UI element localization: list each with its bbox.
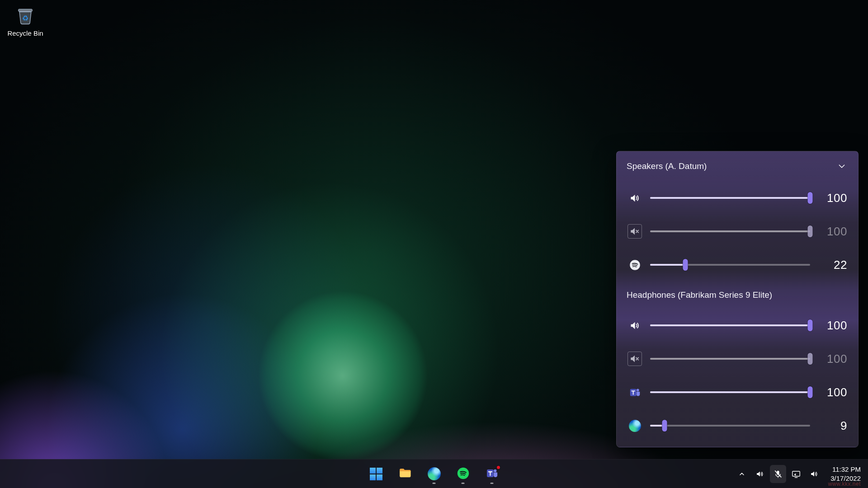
volume-slider[interactable] xyxy=(650,419,810,432)
taskbar: 11:32 PM 3/17/2022 xyxy=(0,459,868,488)
slider-thumb[interactable] xyxy=(683,259,688,271)
file-explorer-icon xyxy=(398,466,412,481)
edge-icon[interactable] xyxy=(627,418,642,433)
device-name-speakers: Speakers (A. Datum) xyxy=(627,161,707,171)
slider-thumb[interactable] xyxy=(662,420,667,432)
screen: ♻ Recycle Bin Speakers (A. Datum) 100 xyxy=(0,0,868,488)
volume-value: 100 xyxy=(818,319,847,333)
svg-text:♻: ♻ xyxy=(22,14,29,23)
speaker-muted-icon[interactable] xyxy=(627,224,642,239)
volume-slider[interactable] xyxy=(650,385,810,399)
volume-slider[interactable] xyxy=(650,258,810,272)
edge-icon xyxy=(428,467,441,480)
mixer-row-teams: 100 xyxy=(617,375,858,409)
chevron-down-icon[interactable] xyxy=(835,160,848,173)
mixer-row-spotify: 22 xyxy=(617,248,858,282)
spotify-button[interactable] xyxy=(452,463,474,485)
spotify-icon xyxy=(457,467,470,481)
mixer-row-speakers-muted: 100 xyxy=(617,215,858,248)
mixer-row-speakers-volume: 100 xyxy=(617,181,858,215)
system-tray: 11:32 PM 3/17/2022 xyxy=(734,460,863,488)
taskbar-app-icons xyxy=(365,460,503,488)
volume-slider[interactable] xyxy=(650,191,810,205)
recycle-bin-icon: ♻ xyxy=(15,5,36,28)
recycle-bin[interactable]: ♻ Recycle Bin xyxy=(5,5,46,37)
start-icon xyxy=(370,468,382,480)
volume-value: 100 xyxy=(818,385,847,399)
volume-slider[interactable] xyxy=(650,225,810,238)
mixer-row-headphones-volume: 100 xyxy=(617,309,858,342)
speaker-muted-icon[interactable] xyxy=(627,352,642,366)
speaker-icon[interactable] xyxy=(627,191,642,205)
slider-thumb[interactable] xyxy=(808,192,813,204)
mixer-row-headphones-muted: 100 xyxy=(617,342,858,375)
slider-thumb[interactable] xyxy=(808,386,813,398)
volume-slider[interactable] xyxy=(650,319,810,332)
start-button[interactable] xyxy=(365,463,387,485)
mixer-row-edge: 9 xyxy=(617,409,858,442)
volume-value: 100 xyxy=(818,352,847,366)
tray-time: 11:32 PM xyxy=(830,465,861,474)
notification-badge xyxy=(496,465,501,470)
tray-chevron-up-icon[interactable] xyxy=(734,465,750,483)
device-header-headphones[interactable]: Headphones (Fabrikam Series 9 Elite) xyxy=(617,282,858,309)
volume-slider[interactable] xyxy=(650,352,810,366)
tray-volume-icon[interactable] xyxy=(752,465,768,483)
speaker-icon[interactable] xyxy=(627,318,642,333)
slider-thumb[interactable] xyxy=(808,319,813,331)
volume-value: 9 xyxy=(818,419,847,433)
recycle-bin-label: Recycle Bin xyxy=(5,29,46,37)
edge-button[interactable] xyxy=(423,463,445,485)
teams-button[interactable] xyxy=(481,463,503,485)
slider-thumb[interactable] xyxy=(808,225,813,237)
file-explorer-button[interactable] xyxy=(394,463,416,485)
tray-volume2-icon[interactable] xyxy=(806,465,822,483)
tray-mic-muted-icon[interactable] xyxy=(770,465,786,483)
volume-mixer-flyout: Speakers (A. Datum) 100 xyxy=(616,151,859,447)
volume-value: 100 xyxy=(818,191,847,205)
tray-date: 3/17/2022 xyxy=(830,474,861,483)
teams-icon[interactable] xyxy=(627,385,642,399)
device-header-speakers[interactable]: Speakers (A. Datum) xyxy=(617,151,858,181)
spotify-icon[interactable] xyxy=(627,258,642,272)
slider-thumb[interactable] xyxy=(808,353,813,365)
volume-value: 22 xyxy=(818,258,847,272)
tray-clock[interactable]: 11:32 PM 3/17/2022 xyxy=(828,465,863,483)
device-name-headphones: Headphones (Fabrikam Series 9 Elite) xyxy=(627,290,772,300)
volume-value: 100 xyxy=(818,225,847,239)
tray-cast-display-icon[interactable] xyxy=(788,465,804,483)
